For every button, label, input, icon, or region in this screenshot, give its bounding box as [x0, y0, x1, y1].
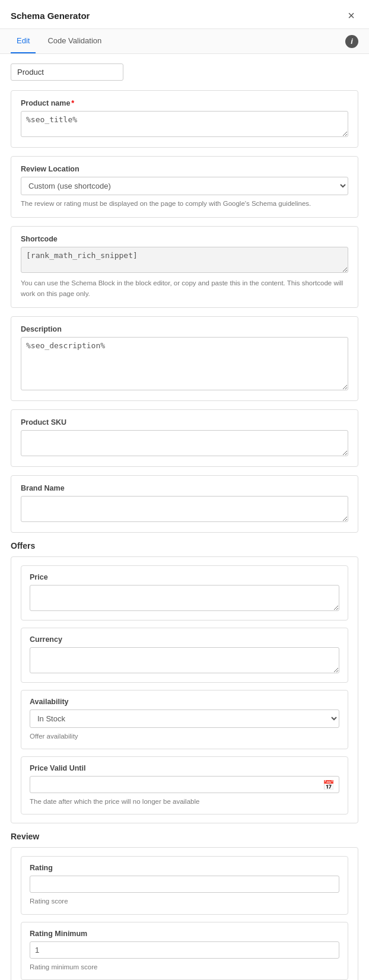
review-heading: Review [11, 832, 358, 841]
rating-hint: Rating score [30, 896, 339, 906]
shortcode-input[interactable]: [rank_math_rich_snippet] [21, 247, 348, 273]
product-type-selector [11, 63, 123, 81]
product-name-input[interactable]: %seo_title% [21, 111, 348, 137]
availability-hint: Offer availability [30, 731, 339, 742]
tab-edit[interactable]: Edit [11, 29, 36, 53]
offers-container: Price Currency Availability In Stock Out… [11, 556, 358, 824]
description-label: Description [21, 325, 348, 333]
review-location-select[interactable]: Custom (use shortcode) Page None [21, 177, 348, 195]
review-container: Rating Rating score Rating Minimum Ratin… [11, 847, 358, 980]
offers-heading-wrapper: Offers [11, 541, 358, 551]
availability-select[interactable]: In Stock Out of Stock Pre-Order [30, 709, 339, 728]
product-sku-section: Product SKU [11, 409, 358, 467]
required-star: * [71, 99, 74, 107]
product-sku-input[interactable] [21, 430, 348, 456]
rating-minimum-section: Rating Minimum Rating minimum score [21, 922, 348, 980]
review-location-hint: The review or rating must be displayed o… [21, 199, 348, 209]
product-sku-label: Product SKU [21, 418, 348, 427]
rating-minimum-label: Rating Minimum [30, 930, 339, 938]
dialog-header: Schema Generator × [0, 0, 369, 29]
product-name-label: Product name* [21, 99, 348, 107]
price-valid-until-label: Price Valid Until [30, 764, 339, 772]
info-icon[interactable]: i [345, 35, 358, 48]
rating-label: Rating [30, 864, 339, 872]
shortcode-section: Shortcode [rank_math_rich_snippet] You c… [11, 226, 358, 308]
review-location-label: Review Location [21, 165, 348, 173]
price-valid-until-section: Price Valid Until 📅 The date after which… [21, 756, 348, 814]
rating-minimum-hint: Rating minimum score [30, 962, 339, 972]
product-type-input[interactable] [11, 63, 123, 81]
main-content: Product name* %seo_title% Review Locatio… [0, 54, 369, 980]
date-input-wrapper: 📅 [30, 776, 339, 793]
rating-minimum-input[interactable] [30, 941, 339, 959]
offers-heading: Offers [11, 541, 358, 551]
shortcode-hint: You can use the Schema Block in the bloc… [21, 278, 348, 299]
brand-name-label: Brand Name [21, 484, 348, 492]
description-section: Description %seo_description% [11, 316, 358, 401]
rating-section: Rating Rating score [21, 856, 348, 914]
currency-input[interactable] [30, 647, 339, 673]
price-label: Price [30, 573, 339, 581]
brand-name-input[interactable] [21, 496, 348, 522]
price-input[interactable] [30, 585, 339, 611]
availability-section: Availability In Stock Out of Stock Pre-O… [21, 690, 348, 749]
availability-label: Availability [30, 698, 339, 706]
tabs-bar: Edit Code Validation i [0, 29, 369, 54]
brand-name-section: Brand Name [11, 475, 358, 533]
review-location-section: Review Location Custom (use shortcode) P… [11, 156, 358, 218]
dialog-title: Schema Generator [11, 11, 90, 21]
currency-label: Currency [30, 635, 339, 644]
rating-input[interactable] [30, 876, 339, 893]
description-input[interactable]: %seo_description% [21, 337, 348, 390]
currency-section: Currency [21, 628, 348, 683]
price-valid-until-input[interactable] [30, 776, 339, 793]
price-section: Price [21, 565, 348, 621]
product-name-section: Product name* %seo_title% [11, 90, 358, 148]
shortcode-label: Shortcode [21, 235, 348, 243]
review-heading-wrapper: Review [11, 832, 358, 841]
close-button[interactable]: × [344, 8, 358, 23]
tab-code-validation[interactable]: Code Validation [42, 29, 107, 53]
price-valid-until-hint: The date after which the price will no l… [30, 797, 339, 807]
